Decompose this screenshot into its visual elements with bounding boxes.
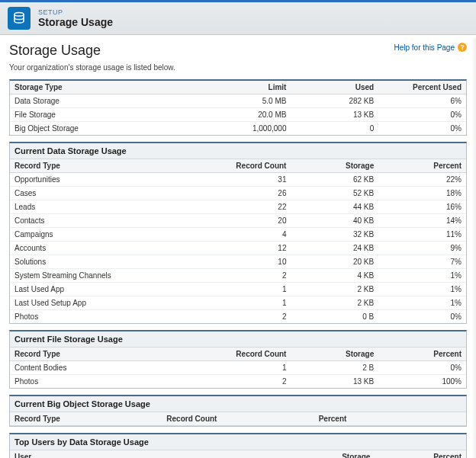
cell-storage: 2 KB: [291, 283, 378, 296]
cell-pct: 1%: [378, 296, 466, 310]
file-usage-section: Current File Storage Usage Record Type R…: [9, 330, 467, 389]
table-row: Leads2244 KB16%: [10, 200, 466, 214]
data-usage-table: Record Type Record Count Storage Percent…: [10, 159, 466, 323]
cell-count: 1: [204, 361, 291, 375]
cell-pct: 0%: [378, 310, 466, 324]
help-icon: ?: [458, 43, 467, 52]
page-title: Storage Usage: [9, 43, 101, 59]
cell-type: Photos: [10, 310, 204, 324]
col-record-count: Record Count: [204, 159, 291, 173]
col-record-type: Record Type: [10, 348, 204, 361]
cell-used: 0: [291, 122, 378, 136]
cell-pct: 1%: [378, 269, 466, 283]
col-storage-type: Storage Type: [10, 81, 204, 94]
cell-type: Leads: [10, 200, 204, 214]
cell-type: Solutions: [10, 255, 204, 269]
cell-type: Last Used Setup App: [10, 296, 204, 310]
cell-type: System Streaming Channels: [10, 269, 204, 283]
cell-storage: 20 KB: [291, 255, 378, 269]
data-usage-section: Current Data Storage Usage Record Type R…: [9, 142, 467, 324]
cell-storage: 2 B: [291, 361, 378, 375]
section-title: Top Users by Data Storage Usage: [10, 434, 466, 450]
cell-storage: 44 KB: [291, 200, 378, 214]
cell-storage: 13 KB: [291, 375, 378, 389]
col-limit: Limit: [204, 81, 291, 94]
col-percent: Percent: [378, 348, 466, 361]
cell-limit: 5.0 MB: [204, 94, 291, 108]
big-object-table: Record Type Record Count Percent: [10, 412, 466, 426]
cell-storage: 32 KB: [291, 228, 378, 242]
table-row: Big Object Storage1,000,00000%: [10, 122, 466, 136]
cell-type: Content Bodies: [10, 361, 204, 375]
col-used: Used: [291, 81, 378, 94]
cell-count: 1: [204, 296, 291, 310]
storage-summary-section: Storage Type Limit Used Percent Used Dat…: [9, 79, 467, 136]
table-row: Data Storage5.0 MB282 KB6%: [10, 94, 466, 108]
cell-limit: 20.0 MB: [204, 108, 291, 122]
svg-point-0: [14, 13, 24, 17]
table-row: Last Used App12 KB1%: [10, 283, 466, 296]
cell-type: Campaigns: [10, 228, 204, 242]
cell-used: 282 KB: [291, 94, 378, 108]
col-storage: Storage: [284, 450, 375, 458]
cell-storage: 4 KB: [291, 269, 378, 283]
col-pct-used: Percent Used: [378, 81, 466, 94]
top-users-table: User Storage Percent Chatter Expert13 KB…: [10, 450, 466, 458]
col-record-type: Record Type: [10, 159, 204, 173]
setup-header: SETUP Storage Usage: [0, 0, 476, 35]
cell-pct: 6%: [378, 94, 466, 108]
table-row: Photos213 KB100%: [10, 375, 466, 389]
cell-count: 1: [204, 283, 291, 296]
col-percent: Percent: [375, 450, 466, 458]
table-row: Opportunities3162 KB22%: [10, 173, 466, 187]
cell-pct: 0%: [378, 361, 466, 375]
cell-storage: 52 KB: [291, 187, 378, 200]
cell-used: 13 KB: [291, 108, 378, 122]
cell-type: Last Used App: [10, 283, 204, 296]
header-title: Storage Usage: [38, 16, 113, 28]
col-percent: Percent: [314, 412, 466, 426]
cell-count: 22: [204, 200, 291, 214]
scrollbar[interactable]: [471, 38, 476, 458]
cell-pct: 18%: [378, 187, 466, 200]
col-storage: Storage: [291, 348, 378, 361]
cell-pct: 1%: [378, 283, 466, 296]
cell-pct: 0%: [378, 108, 466, 122]
col-record-count: Record Count: [204, 348, 291, 361]
cell-type: Accounts: [10, 242, 204, 255]
cell-type: Contacts: [10, 214, 204, 228]
page-body: Storage Usage Help for this Page ? Your …: [0, 35, 476, 458]
help-link[interactable]: Help for this Page ?: [394, 43, 468, 52]
file-usage-table: Record Type Record Count Storage Percent…: [10, 348, 466, 388]
cell-pct: 11%: [378, 228, 466, 242]
setup-label: SETUP: [38, 8, 113, 16]
cell-count: 20: [204, 214, 291, 228]
top-users-section: Top Users by Data Storage Usage User Sto…: [9, 433, 467, 458]
cell-storage: 24 KB: [291, 242, 378, 255]
cell-count: 31: [204, 173, 291, 187]
cell-count: 2: [204, 269, 291, 283]
cell-storage: 62 KB: [291, 173, 378, 187]
cell-pct: 16%: [378, 200, 466, 214]
table-row: Cases2652 KB18%: [10, 187, 466, 200]
table-row: Accounts1224 KB9%: [10, 242, 466, 255]
cell-pct: 9%: [378, 242, 466, 255]
col-user: User: [10, 450, 284, 458]
section-title: Current File Storage Usage: [10, 331, 466, 348]
col-record-count: Record Count: [162, 412, 314, 426]
col-percent: Percent: [378, 159, 466, 173]
col-storage: Storage: [291, 159, 378, 173]
cell-type: File Storage: [10, 108, 204, 122]
cell-storage: 2 KB: [291, 296, 378, 310]
help-link-text: Help for this Page: [394, 43, 455, 52]
section-title: Current Big Object Storage Usage: [10, 396, 466, 412]
cell-count: 4: [204, 228, 291, 242]
cell-type: Photos: [10, 375, 204, 389]
section-title: Current Data Storage Usage: [10, 143, 466, 159]
storage-icon: [8, 7, 31, 30]
table-row: Solutions1020 KB7%: [10, 255, 466, 269]
table-row: Photos20 B0%: [10, 310, 466, 324]
storage-summary-table: Storage Type Limit Used Percent Used Dat…: [10, 81, 466, 135]
table-row: Last Used Setup App12 KB1%: [10, 296, 466, 310]
cell-storage: 40 KB: [291, 214, 378, 228]
